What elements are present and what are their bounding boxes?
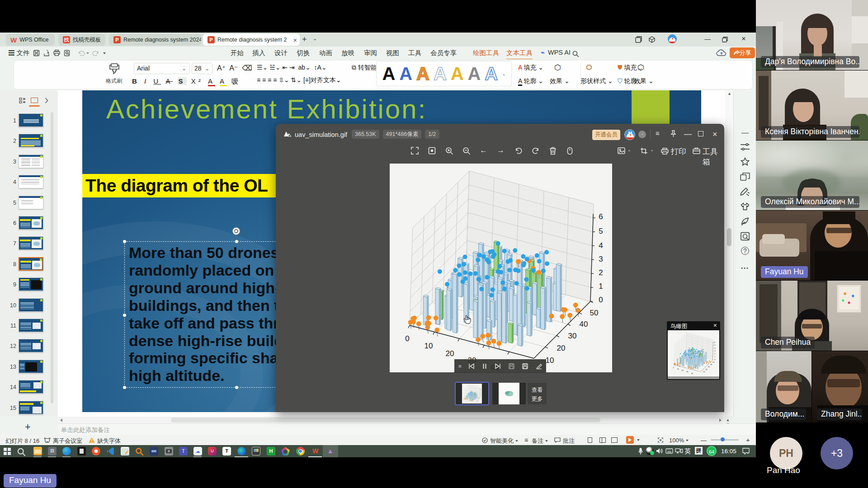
svg-text:5: 5 <box>714 344 715 346</box>
svg-text:30: 30 <box>568 332 577 340</box>
svg-text:1: 1 <box>714 356 715 358</box>
svg-text:20: 20 <box>477 401 478 401</box>
svg-text:10: 10 <box>425 342 433 350</box>
svg-text:30: 30 <box>708 366 710 368</box>
svg-text:5: 5 <box>481 390 481 390</box>
svg-text:50: 50 <box>590 309 599 317</box>
svg-text:3: 3 <box>599 255 603 263</box>
svg-text:40: 40 <box>580 320 588 328</box>
svg-text:3: 3 <box>481 393 481 393</box>
svg-text:40: 40 <box>471 403 472 403</box>
svg-text:4: 4 <box>481 391 481 392</box>
svg-text:6: 6 <box>481 389 481 389</box>
svg-text:30: 30 <box>686 371 688 373</box>
svg-text:20: 20 <box>446 349 454 358</box>
svg-text:2: 2 <box>481 394 481 394</box>
svg-text:6: 6 <box>599 212 603 221</box>
svg-text:0: 0 <box>673 367 674 369</box>
svg-text:10: 10 <box>546 356 554 365</box>
svg-text:3: 3 <box>714 350 715 352</box>
svg-text:40: 40 <box>479 399 480 399</box>
svg-text:6: 6 <box>714 342 715 343</box>
svg-text:2: 2 <box>714 353 715 355</box>
svg-text:10: 10 <box>465 401 466 401</box>
svg-text:0: 0 <box>463 400 464 400</box>
svg-text:50: 50 <box>480 398 481 398</box>
svg-text:0: 0 <box>714 359 715 361</box>
svg-text:0: 0 <box>599 296 603 304</box>
svg-text:10: 10 <box>476 402 477 403</box>
svg-text:30: 30 <box>478 400 479 400</box>
svg-text:20: 20 <box>467 402 468 402</box>
svg-text:30: 30 <box>469 402 470 403</box>
svg-text:50: 50 <box>712 361 714 363</box>
svg-text:4: 4 <box>714 347 715 349</box>
svg-text:4: 4 <box>599 241 603 250</box>
svg-text:10: 10 <box>703 371 705 373</box>
svg-text:20: 20 <box>705 369 707 371</box>
svg-text:1: 1 <box>599 282 603 291</box>
svg-text:10: 10 <box>677 368 679 370</box>
svg-text:20: 20 <box>557 344 566 352</box>
svg-text:1: 1 <box>481 395 481 395</box>
svg-text:2: 2 <box>599 268 603 277</box>
svg-text:5: 5 <box>599 227 603 235</box>
svg-text:0: 0 <box>481 396 481 397</box>
svg-text:40: 40 <box>710 364 712 366</box>
svg-text:20: 20 <box>682 370 684 371</box>
svg-text:0: 0 <box>405 334 409 343</box>
svg-text:40: 40 <box>691 373 693 375</box>
